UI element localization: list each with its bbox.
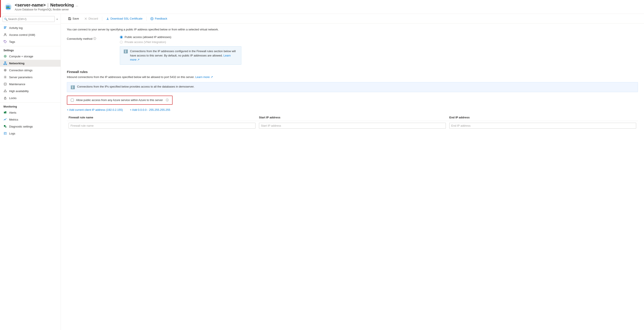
diagnostic-icon xyxy=(4,125,7,128)
end-ip-input[interactable] xyxy=(449,123,636,129)
checkbox-info-icon[interactable]: ⓘ xyxy=(166,98,169,102)
feedback-icon xyxy=(150,17,154,20)
header-more-dots[interactable]: ... xyxy=(76,4,78,7)
sidebar-item-connection-strings[interactable]: Connection strings xyxy=(0,67,60,74)
sidebar-item-compute-storage[interactable]: Compute + storage xyxy=(0,53,60,60)
sidebar-item-access-control[interactable]: Access control (IAM) xyxy=(0,31,60,38)
start-ip-cell xyxy=(257,123,448,129)
sidebar-item-diagnostic-settings[interactable]: Diagnostic settings xyxy=(0,123,60,130)
svg-rect-31 xyxy=(69,17,70,18)
firewall-learn-more-link[interactable]: Learn more ↗ xyxy=(195,75,213,79)
connectivity-info-box: ℹ️ Connections from the IP addresses con… xyxy=(120,46,241,65)
svg-rect-27 xyxy=(5,126,6,128)
sidebar-search-container: 🔍 « xyxy=(0,14,60,24)
svg-point-12 xyxy=(5,56,6,57)
svg-rect-15 xyxy=(6,64,7,65)
connectivity-label: Connectivity method ⓘ xyxy=(67,36,114,41)
firewall-section-title: Firewall rules xyxy=(67,70,638,74)
alerts-icon xyxy=(4,111,7,114)
svg-rect-24 xyxy=(4,112,5,113)
svg-rect-8 xyxy=(4,28,6,29)
connection-strings-icon xyxy=(4,69,7,72)
allow-azure-checkbox-label[interactable]: Allow public access from any Azure servi… xyxy=(67,96,172,105)
info-icon: ℹ️ xyxy=(124,49,128,62)
page-title: <server-name> | Networking ... xyxy=(15,3,640,8)
firewall-rule-name-cell xyxy=(67,123,257,129)
col-end-ip: End IP address xyxy=(448,116,638,119)
sidebar-item-locks[interactable]: Locks xyxy=(0,95,60,102)
col-start-ip: Start IP address xyxy=(257,116,448,119)
sidebar-item-maintenance[interactable]: Maintenance xyxy=(0,81,60,88)
svg-rect-14 xyxy=(4,64,5,65)
compute-icon xyxy=(4,55,7,58)
save-button[interactable]: Save xyxy=(66,16,81,22)
start-ip-input[interactable] xyxy=(259,123,446,129)
red-accent-decoration xyxy=(0,0,1,17)
private-access-radio[interactable] xyxy=(120,41,123,44)
alert-text: Connections from the IPs specified below… xyxy=(77,85,194,89)
sidebar-item-server-parameters[interactable]: Server parameters xyxy=(0,74,60,81)
toolbar: Save Discard Download SSL Certificate Fe… xyxy=(61,14,644,24)
activity-log-icon xyxy=(4,26,7,30)
sidebar: 🔍 « Activity log Access control (IAM) Ta… xyxy=(0,14,61,330)
search-input[interactable] xyxy=(2,16,55,22)
sidebar-item-tags[interactable]: Tags xyxy=(0,38,60,45)
public-access-radio[interactable] xyxy=(120,36,123,39)
svg-point-4 xyxy=(10,6,10,6)
sidebar-collapse-icon[interactable]: « xyxy=(56,17,58,21)
svg-rect-3 xyxy=(6,8,10,9)
sidebar-item-metrics[interactable]: Metrics xyxy=(0,116,60,123)
feedback-button[interactable]: Feedback xyxy=(148,16,169,22)
private-access-option[interactable]: Private access (VNet Integration) xyxy=(120,41,638,44)
sidebar-item-high-availability[interactable]: High availability xyxy=(0,88,60,95)
svg-rect-23 xyxy=(4,98,6,99)
firewall-description: Inbound connections from the IP addresse… xyxy=(67,75,638,79)
alert-info-icon: ℹ️ xyxy=(70,85,75,89)
firewall-rule-name-input[interactable] xyxy=(68,123,256,129)
search-icon: 🔍 xyxy=(4,17,8,21)
sidebar-item-alerts[interactable]: Alerts xyxy=(0,109,60,116)
add-client-ip-link[interactable]: + Add current client IP address (192.0.2… xyxy=(67,108,123,111)
settings-section-label: Settings xyxy=(0,46,60,53)
firewall-table-header: Firewall rule name Start IP address End … xyxy=(67,116,638,121)
table-row xyxy=(67,123,638,129)
settings-icon xyxy=(4,75,7,79)
sidebar-item-networking[interactable]: Networking xyxy=(0,60,60,67)
allow-azure-checkbox[interactable] xyxy=(71,99,74,102)
sidebar-item-activity-log[interactable]: Activity log xyxy=(0,24,60,31)
add-all-ip-link[interactable]: + Add 0.0.0.0 - 255.255.255.255 xyxy=(130,108,170,111)
alert-info-box: ℹ️ Connections from the IPs specified be… xyxy=(67,82,638,92)
end-ip-cell xyxy=(448,123,638,129)
svg-point-5 xyxy=(10,7,10,8)
server-icon xyxy=(4,3,12,11)
svg-point-9 xyxy=(4,34,6,35)
discard-icon xyxy=(84,17,87,20)
svg-rect-13 xyxy=(4,62,6,63)
svg-point-34 xyxy=(152,18,152,19)
maintenance-icon xyxy=(4,82,7,86)
save-icon xyxy=(68,17,71,20)
svg-point-10 xyxy=(4,41,5,41)
svg-rect-7 xyxy=(4,27,6,28)
toolbar-separator-2 xyxy=(146,17,146,21)
logs-icon xyxy=(4,132,7,135)
discard-button[interactable]: Discard xyxy=(82,16,100,22)
iam-icon xyxy=(4,33,7,37)
col-firewall-rule-name: Firewall rule name xyxy=(67,116,257,119)
download-ssl-button[interactable]: Download SSL Certificate xyxy=(104,16,145,22)
connectivity-controls: Public access (allowed IP addresses) Pri… xyxy=(120,36,638,65)
page-description: You can connect to your server by specif… xyxy=(67,28,638,31)
main-content: You can connect to your server by specif… xyxy=(61,24,644,330)
networking-icon xyxy=(4,62,7,65)
page-header: <server-name> | Networking ... Azure Dat… xyxy=(0,0,644,14)
metrics-icon xyxy=(4,118,7,121)
connectivity-info-icon[interactable]: ⓘ xyxy=(93,37,96,41)
sidebar-item-logs[interactable]: Logs xyxy=(0,130,60,137)
svg-point-20 xyxy=(5,77,6,78)
svg-rect-25 xyxy=(5,111,6,113)
allow-public-access-container: Allow public access from any Azure servi… xyxy=(67,96,638,108)
svg-rect-6 xyxy=(4,27,6,27)
public-access-option[interactable]: Public access (allowed IP addresses) xyxy=(120,36,638,39)
add-ip-links-row: + Add current client IP address (192.0.2… xyxy=(67,108,638,111)
monitoring-section-label: Monitoring xyxy=(0,102,60,109)
